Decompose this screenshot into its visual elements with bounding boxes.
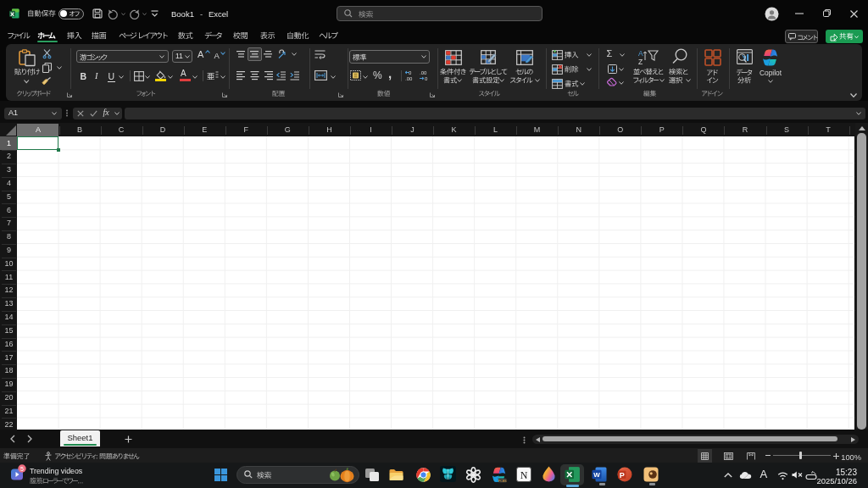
svg-text:W: W <box>593 471 600 479</box>
svg-text:PCBS: PCBS <box>498 479 506 482</box>
svg-text:N: N <box>520 469 527 480</box>
svg-text:.00: .00 <box>405 76 413 81</box>
svg-text:Z: Z <box>638 57 643 65</box>
svg-text:A: A <box>638 49 643 58</box>
svg-text:.00: .00 <box>420 70 427 75</box>
svg-text:0: 0 <box>425 76 428 81</box>
svg-text:5: 5 <box>20 466 24 472</box>
svg-text:P: P <box>620 470 625 479</box>
